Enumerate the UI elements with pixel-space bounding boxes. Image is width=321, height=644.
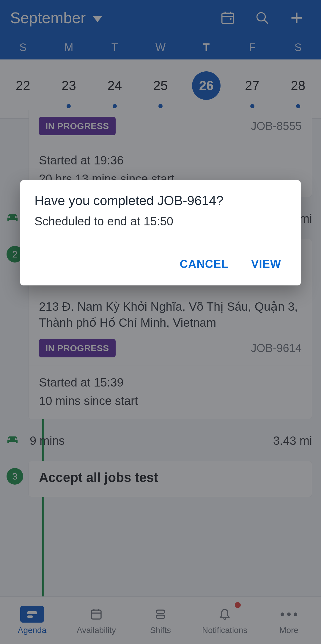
dialog-title: Have you completed JOB-9614? xyxy=(34,193,287,208)
dialog-subtitle: Scheduled to end at 15:50 xyxy=(34,215,287,228)
dialog-actions: CANCEL VIEW xyxy=(34,252,287,277)
view-button[interactable]: VIEW xyxy=(249,252,284,277)
modal-scrim[interactable] xyxy=(0,0,321,644)
confirm-dialog: Have you completed JOB-9614? Scheduled t… xyxy=(20,180,301,285)
cancel-button[interactable]: CANCEL xyxy=(177,252,231,277)
app-root: September xyxy=(0,0,321,644)
